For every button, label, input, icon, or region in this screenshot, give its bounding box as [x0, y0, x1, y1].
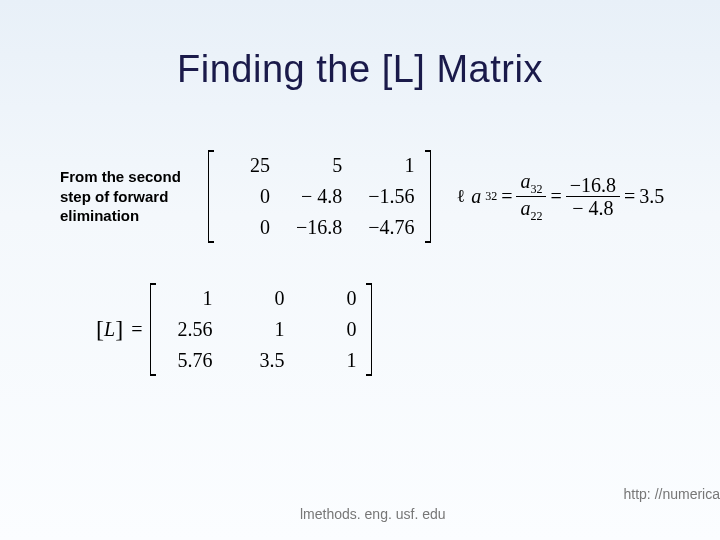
den-var: a	[520, 197, 530, 219]
m1-r3c2: −16.8	[296, 216, 342, 239]
ell-glyph: ℓ	[457, 186, 466, 207]
m1-r1c1: 25	[224, 154, 270, 177]
m1-r1c3: 1	[368, 154, 414, 177]
multiplier-equation: ℓ a32 = a32 a22 = −16.8 − 4.8 = 3.5	[457, 170, 665, 223]
frac-symbolic: a32 a22	[516, 170, 546, 223]
result-value: 3.5	[639, 185, 664, 208]
bracket-right-icon	[366, 283, 372, 376]
footer-left-text: lmethods. eng. usf. edu	[300, 506, 446, 522]
lhs-var: a	[471, 185, 481, 208]
m1-r2c3: −1.56	[368, 185, 414, 208]
matrix-L: 1 0 0 2.56 1 0 5.76 3.5 1	[150, 283, 372, 376]
m1-r1c2: 5	[296, 154, 342, 177]
lhs-sub: 32	[485, 189, 497, 204]
caption-text: From the second step of forward eliminat…	[60, 167, 190, 226]
row-L-matrix: [ L ] = 1 0 0 2.56 1 0 5.76 3.5 1	[96, 283, 700, 376]
m1-r3c3: −4.76	[368, 216, 414, 239]
m2-r2c3: 0	[310, 318, 356, 341]
bracket-right-icon	[425, 150, 431, 243]
m1-r3c1: 0	[224, 216, 270, 239]
m2-r2c2: 1	[238, 318, 284, 341]
m1-r2c1: 0	[224, 185, 270, 208]
matrix-intermediate: 25 5 1 0 − 4.8 −1.56 0 −16.8 −4.76	[208, 150, 431, 243]
matrix-L-grid: 1 0 0 2.56 1 0 5.76 3.5 1	[156, 283, 366, 376]
eq-sign-2: =	[550, 185, 561, 208]
num-var: a	[520, 170, 530, 192]
m2-r3c3: 1	[310, 349, 356, 372]
m2-r1c2: 0	[238, 287, 284, 310]
bracket-left-icon	[208, 150, 214, 243]
m2-r3c2: 3.5	[238, 349, 284, 372]
den-sub: 22	[530, 209, 542, 223]
slide-content: From the second step of forward eliminat…	[60, 150, 700, 376]
row-step2: From the second step of forward eliminat…	[60, 150, 700, 243]
L-letter: L	[104, 318, 115, 341]
frac-den-val: − 4.8	[568, 197, 617, 219]
m2-r2c1: 2.56	[166, 318, 212, 341]
matrix-grid: 25 5 1 0 − 4.8 −1.56 0 −16.8 −4.76	[214, 150, 425, 243]
footer-right-text: http: //numerica	[624, 486, 721, 502]
frac-num-val: −16.8	[566, 174, 620, 197]
frac-numeric: −16.8 − 4.8	[566, 174, 620, 219]
lbracket: [	[96, 316, 104, 343]
eq-sign-L: =	[131, 318, 142, 341]
num-sub: 32	[530, 182, 542, 196]
m1-r2c2: − 4.8	[296, 185, 342, 208]
m2-r1c1: 1	[166, 287, 212, 310]
L-label: [ L ]	[96, 316, 123, 343]
slide-title: Finding the [L] Matrix	[0, 0, 720, 91]
eq-sign-1: =	[501, 185, 512, 208]
m2-r3c1: 5.76	[166, 349, 212, 372]
eq-sign-3: =	[624, 185, 635, 208]
bracket-left-icon	[150, 283, 156, 376]
m2-r1c3: 0	[310, 287, 356, 310]
rbracket: ]	[115, 316, 123, 343]
